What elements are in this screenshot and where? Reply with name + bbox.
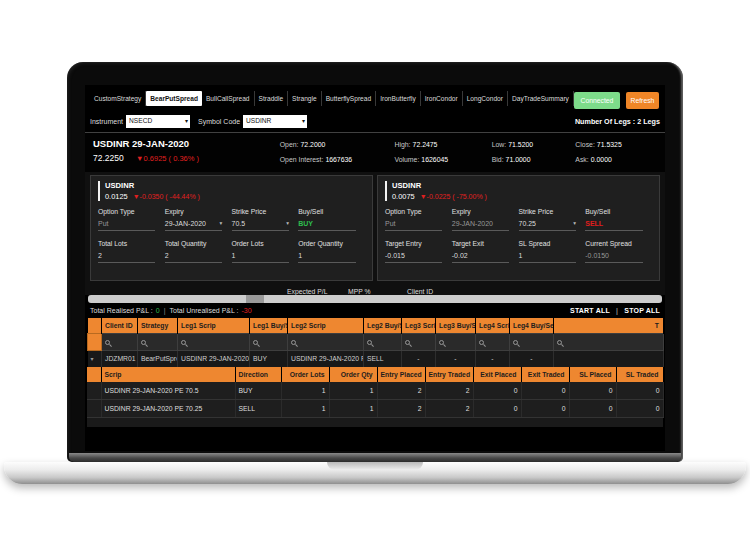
subgrid-header-margin — [87, 367, 101, 382]
subgrid-header-order-qty[interactable]: Order Qty — [329, 367, 377, 382]
tab-longcondor[interactable]: LongCondor — [463, 91, 508, 106]
connected-button[interactable]: Connected — [574, 92, 620, 109]
scrollbar-thumb[interactable] — [246, 295, 264, 303]
subcell-exit-traded: 0 — [521, 399, 569, 417]
grid-header-expander — [88, 318, 102, 334]
grid-header-truncated[interactable]: T — [554, 318, 664, 334]
quote-bar: USDINR 29-JAN-2020 72.2250 ▼0.6925 ( 0.3… — [85, 132, 665, 172]
start-all-button[interactable]: START ALL — [570, 307, 610, 314]
grid-header-leg1-scrip[interactable]: Leg1 Scrip — [178, 318, 250, 334]
tab-bearputspread[interactable]: BearPutSpread — [146, 91, 202, 106]
subgrid-header-exit-traded[interactable]: Exit Traded — [521, 367, 569, 382]
search-icon[interactable] — [557, 340, 562, 345]
unrealised-pnl-label: Total Unrealised P&L : — [170, 307, 239, 314]
leg1-strike-select[interactable]: 70.5 — [232, 219, 289, 231]
horizontal-scrollbar[interactable] — [88, 295, 662, 303]
filter-leg1-buysell[interactable] — [250, 334, 288, 351]
leg1-expiry-select[interactable]: 29-JAN-2020 — [165, 219, 222, 231]
leg1-total-lots-field[interactable]: 2 — [98, 251, 155, 263]
search-icon[interactable] — [513, 340, 518, 345]
subgrid-header-exit-placed[interactable]: Exit Placed — [473, 367, 521, 382]
leg1-option-type-label: Option Type — [98, 208, 165, 215]
grid-header-leg2-buysell[interactable]: Leg2 Buy/Sell — [364, 318, 402, 334]
filter-strategy[interactable] — [138, 334, 178, 351]
refresh-button[interactable]: Refresh — [626, 92, 659, 109]
filter-client-id[interactable] — [102, 334, 138, 351]
subcell-scrip: USDINR 29-JAN-2020 PE 70.5 — [101, 382, 235, 400]
search-icon[interactable] — [367, 340, 372, 345]
row-expander-icon[interactable]: ▾ — [91, 356, 94, 362]
tab-ironbutterfly[interactable]: IronButterfly — [376, 91, 421, 106]
subgrid-header-entry-placed[interactable]: Entry Placed — [377, 367, 425, 382]
search-icon[interactable] — [141, 340, 146, 345]
subgrid-header-direction[interactable]: Direction — [235, 367, 281, 382]
leg2-buysell-field[interactable]: SELL — [585, 219, 642, 231]
subgrid-header-scrip[interactable]: Scrip — [101, 367, 235, 382]
subgrid-header-sl-traded[interactable]: SL Traded — [616, 367, 663, 382]
subcell-sl-placed: 0 — [569, 382, 616, 400]
tab-daytradesummary[interactable]: DayTradeSummary — [508, 91, 574, 106]
filter-leg3-buysell[interactable] — [436, 334, 476, 351]
search-icon[interactable] — [105, 340, 110, 345]
grid-header-leg2-scrip[interactable]: Leg2 Scrip — [288, 318, 364, 334]
tab-strangle[interactable]: Strangle — [288, 91, 322, 106]
filter-leg2-scrip[interactable] — [288, 334, 364, 351]
grid-header-leg4-buysell[interactable]: Leg4 Buy/Sell — [510, 318, 554, 334]
filter-leg2-buysell[interactable] — [364, 334, 402, 351]
instrument-select[interactable]: NSECD — [126, 115, 190, 128]
leg1-total-qty-field[interactable]: 2 — [165, 251, 222, 263]
info-icon[interactable]: i — [349, 286, 350, 295]
search-icon[interactable] — [291, 340, 296, 345]
symbol-code-select[interactable]: USDINR — [243, 115, 307, 128]
subcell-exit-placed: 0 — [473, 382, 521, 400]
leg2-target-entry-field[interactable]: -0.015 — [385, 251, 442, 263]
leg2-strike-select[interactable]: 70.25 — [519, 219, 576, 231]
strategy-row[interactable]: ▾ JDZMR01 BearPutSpread USDINR 29-JAN-20… — [88, 351, 664, 367]
leg1-buysell-field[interactable]: BUY — [298, 219, 355, 231]
filter-truncated[interactable] — [554, 334, 664, 351]
tab-butterflyspread[interactable]: ButterflySpread — [322, 91, 376, 106]
filter-leg1-scrip[interactable] — [178, 334, 250, 351]
order-row[interactable]: USDINR 29-JAN-2020 PE 70.5 BUY 1 1 2 2 0… — [87, 382, 663, 400]
search-icon[interactable] — [405, 340, 410, 345]
tab-bullcallspread[interactable]: BullCallSpread — [202, 91, 255, 106]
tab-straddle[interactable]: Straddle — [255, 91, 289, 106]
grid-header-strategy[interactable]: Strategy — [138, 318, 178, 334]
leg1-buysell-label: Buy/Sell — [298, 208, 365, 215]
search-icon[interactable] — [479, 340, 484, 345]
filter-leg3-scrip[interactable] — [402, 334, 436, 351]
tab-customstrategy[interactable]: CustomStrategy — [90, 91, 146, 106]
subgrid-header-entry-traded[interactable]: Entry Traded — [425, 367, 473, 382]
leg1-quote-header: USDINR 0.0125 ▼-0.0350 ( -44.44% ) — [98, 181, 365, 201]
order-row[interactable]: USDINR 29-JAN-2020 PE 70.25 SELL 1 1 2 2… — [87, 399, 663, 417]
filter-leg4-scrip[interactable] — [476, 334, 510, 351]
leg2-sl-spread-field[interactable]: 1 — [519, 251, 576, 263]
subcell-scrip: USDINR 29-JAN-2020 PE 70.25 — [101, 399, 235, 417]
grid-header-leg1-buysell[interactable]: Leg1 Buy/Sell — [250, 318, 288, 334]
grid-header-leg3-buysell[interactable]: Leg3 Buy/Sell — [436, 318, 476, 334]
leg1-order-qty-field[interactable]: 1 — [298, 251, 355, 263]
number-of-legs: Number Of Legs : 2 Legs — [575, 117, 660, 126]
tab-ironcondor[interactable]: IronCondor — [421, 91, 463, 106]
stop-all-button[interactable]: STOP ALL — [624, 307, 660, 314]
row-expander-cell[interactable]: ▾ — [88, 351, 102, 367]
grid-header-client-id[interactable]: Client ID — [102, 318, 138, 334]
search-icon[interactable] — [253, 340, 258, 345]
strategy-tabbar: CustomStrategy BearPutSpread BullCallSpr… — [85, 85, 665, 112]
laptop-base — [4, 462, 746, 484]
leg1-order-lots-field[interactable]: 1 — [232, 251, 289, 263]
subgrid-header-order-lots[interactable]: Order Lots — [281, 367, 329, 382]
grid-header-leg3-scrip[interactable]: Leg3 Scrip — [402, 318, 436, 334]
leg2-last-price: 0.0075 — [392, 192, 415, 201]
search-icon[interactable] — [181, 340, 186, 345]
grid-header-leg4-scrip[interactable]: Leg4 Scrip — [476, 318, 510, 334]
leg1-option-type-field[interactable]: Put — [98, 219, 155, 231]
filter-leg4-buysell[interactable] — [510, 334, 554, 351]
subgrid-header-sl-placed[interactable]: SL Placed — [569, 367, 616, 382]
leg2-target-exit-field[interactable]: -0.02 — [452, 251, 509, 263]
cell-leg3-scrip: - — [402, 351, 436, 367]
subcell-entry-placed: 2 — [377, 382, 425, 400]
leg2-expiry-field[interactable]: 29-JAN-2020 — [452, 219, 509, 231]
leg2-option-type-field[interactable]: Put — [385, 219, 442, 231]
search-icon[interactable] — [439, 340, 444, 345]
